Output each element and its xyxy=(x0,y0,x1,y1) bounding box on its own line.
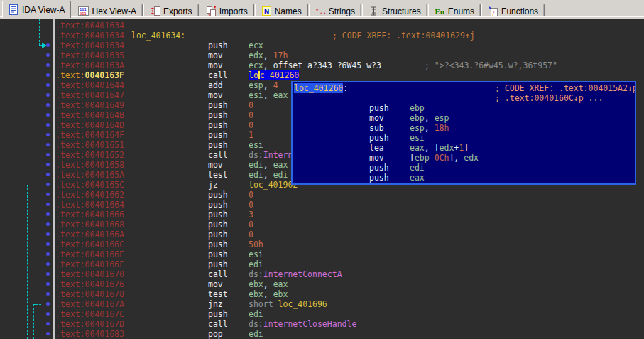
address[interactable]: .text:00401634 xyxy=(55,31,131,41)
mnemonic[interactable]: test xyxy=(208,170,249,180)
import-name[interactable]: InternetConnectA xyxy=(263,269,342,279)
asm-line[interactable]: .text:00401666push3 xyxy=(55,210,644,220)
code-label-ref[interactable]: loc_401696 xyxy=(278,299,327,309)
tab-names[interactable]: NNames xyxy=(255,4,308,18)
mnemonic[interactable]: call xyxy=(208,269,249,279)
mnemonic[interactable]: call xyxy=(208,319,249,329)
address[interactable]: .text:00401635 xyxy=(55,50,208,60)
address[interactable]: .text:0040166F xyxy=(55,259,208,269)
mnemonic[interactable]: mov xyxy=(208,50,249,60)
asm-line[interactable]: .text:0040167Ajnzshort loc_401696 xyxy=(55,299,644,309)
address[interactable]: .text:0040165C xyxy=(55,180,208,190)
address[interactable]: .text:00401683 xyxy=(55,329,208,339)
selected-text[interactable]: lo xyxy=(249,70,258,80)
asm-line[interactable]: .text:0040167Cpushedi xyxy=(55,309,644,319)
address[interactable]: .text:0040164F xyxy=(55,130,208,140)
asm-line[interactable]: .text:0040166Fpushedi xyxy=(55,259,644,269)
mnemonic[interactable]: push xyxy=(208,100,249,110)
mnemonic[interactable]: push xyxy=(208,120,249,130)
code-label-ref[interactable]: loc_401902 xyxy=(249,180,298,190)
asm-line[interactable]: .text:00401635movedx, 17h xyxy=(55,50,644,60)
tab-functions[interactable]: fFunctions xyxy=(481,4,545,18)
mnemonic[interactable]: call xyxy=(208,150,249,160)
asm-line[interactable]: .text:0040167Dcallds:InternetCloseHandle xyxy=(55,319,644,329)
address[interactable]: .text:0040163F xyxy=(55,70,208,80)
address[interactable]: .text:00401652 xyxy=(55,150,208,160)
mnemonic[interactable]: pop xyxy=(208,329,249,339)
mnemonic[interactable]: jz xyxy=(208,180,249,190)
mnemonic[interactable]: push xyxy=(208,200,249,210)
address[interactable]: .text:00401634 xyxy=(55,21,208,31)
mnemonic[interactable]: push xyxy=(208,110,249,120)
address[interactable]: .text:00401658 xyxy=(55,160,208,170)
import-name[interactable]: InternetCloseHandle xyxy=(263,319,357,329)
address[interactable]: .text:00401651 xyxy=(55,140,208,150)
asm-line[interactable]: .text:00401634 xyxy=(55,21,644,31)
code-label[interactable]: loc_401634: xyxy=(131,31,185,41)
address[interactable]: .text:0040166C xyxy=(55,240,208,249)
mnemonic[interactable]: mov xyxy=(208,279,249,289)
asm-line[interactable]: .text:00401683popedi xyxy=(55,329,644,339)
address[interactable]: .text:00401668 xyxy=(55,220,208,230)
asm-line[interactable]: .text:00401634loc_401634:; CODE XREF: .t… xyxy=(55,31,644,41)
asm-line[interactable]: .text:00401664push0 xyxy=(55,200,644,210)
address[interactable]: .text:00401647 xyxy=(55,90,208,100)
asm-line[interactable]: .text:0040163Amovecx, offset a?343_?6W45… xyxy=(55,60,644,70)
address[interactable]: .text:00401666 xyxy=(55,210,208,220)
mnemonic[interactable]: push xyxy=(208,210,249,220)
disassembly-view[interactable]: .text:00401634.text:00401634loc_401634:;… xyxy=(0,18,644,339)
asm-line[interactable]: .text:00401670callds:InternetConnectA xyxy=(55,269,644,279)
mnemonic[interactable]: push xyxy=(208,140,249,150)
asm-line-current[interactable]: .text:0040163Fcallloc_401260 xyxy=(55,70,644,80)
mnemonic[interactable]: push xyxy=(208,190,249,200)
address[interactable]: .text:0040166E xyxy=(55,249,208,259)
tab-enums[interactable]: EnEnums xyxy=(428,4,481,18)
mnemonic[interactable]: mov xyxy=(208,90,249,100)
address[interactable]: .text:00401670 xyxy=(55,269,208,279)
mnemonic[interactable]: push xyxy=(208,249,249,259)
mnemonic[interactable]: add xyxy=(208,80,249,90)
address[interactable]: .text:00401644 xyxy=(55,80,208,90)
address[interactable]: .text:0040163A xyxy=(55,60,208,70)
address[interactable]: .text:00401634 xyxy=(55,41,208,50)
asm-line[interactable]: .text:0040166Apush0 xyxy=(55,230,644,240)
mnemonic[interactable]: test xyxy=(208,289,249,299)
tab-imports[interactable]: Imports xyxy=(200,4,254,18)
address[interactable]: .text:0040167C xyxy=(55,309,208,319)
address[interactable]: .text:0040165A xyxy=(55,170,208,180)
address[interactable]: .text:00401664 xyxy=(55,200,208,210)
asm-line[interactable]: .text:00401668push0 xyxy=(55,220,644,230)
mnemonic[interactable]: push xyxy=(208,230,249,240)
tab-structures[interactable]: Structures xyxy=(362,4,427,18)
address[interactable]: .text:0040167A xyxy=(55,299,208,309)
address[interactable]: .text:0040164B xyxy=(55,110,208,120)
mnemonic[interactable]: mov xyxy=(208,60,249,70)
mnemonic[interactable]: mov xyxy=(208,160,249,170)
selected-text[interactable]: c_401260 xyxy=(260,70,299,80)
address[interactable]: .text:00401662 xyxy=(55,190,208,200)
tab-exports[interactable]: Exports xyxy=(143,4,199,18)
mnemonic[interactable]: push xyxy=(208,130,249,140)
mnemonic[interactable]: push xyxy=(208,220,249,230)
asm-line[interactable]: .text:00401634pushecx xyxy=(55,41,644,50)
mnemonic[interactable]: push xyxy=(208,259,249,269)
mnemonic[interactable]: push xyxy=(208,41,249,50)
address[interactable]: .text:00401676 xyxy=(55,279,208,289)
address[interactable]: .text:0040166A xyxy=(55,230,208,240)
asm-line[interactable]: .text:0040166Cpush50h xyxy=(55,240,644,249)
tab-hex-view-a[interactable]: 101011Hex View-A xyxy=(72,4,142,18)
mnemonic[interactable]: push xyxy=(208,240,249,249)
address[interactable]: .text:0040167D xyxy=(55,319,208,329)
tab-ida-view-a[interactable]: IDA View-A xyxy=(2,1,71,18)
asm-line[interactable]: .text:0040166Epushesi xyxy=(55,249,644,259)
mnemonic[interactable]: jnz xyxy=(208,299,249,309)
address[interactable]: .text:00401649 xyxy=(55,100,208,110)
tab-strings[interactable]: "..."Strings xyxy=(309,4,361,18)
asm-line[interactable]: .text:00401662push0 xyxy=(55,190,644,200)
address[interactable]: .text:0040164D xyxy=(55,120,208,130)
mnemonic[interactable]: push xyxy=(208,309,249,319)
mnemonic[interactable]: call xyxy=(208,70,249,80)
asm-line[interactable]: .text:00401676movebx, eax xyxy=(55,279,644,289)
asm-line[interactable]: .text:00401678testebx, ebx xyxy=(55,289,644,299)
address[interactable]: .text:00401678 xyxy=(55,289,208,299)
